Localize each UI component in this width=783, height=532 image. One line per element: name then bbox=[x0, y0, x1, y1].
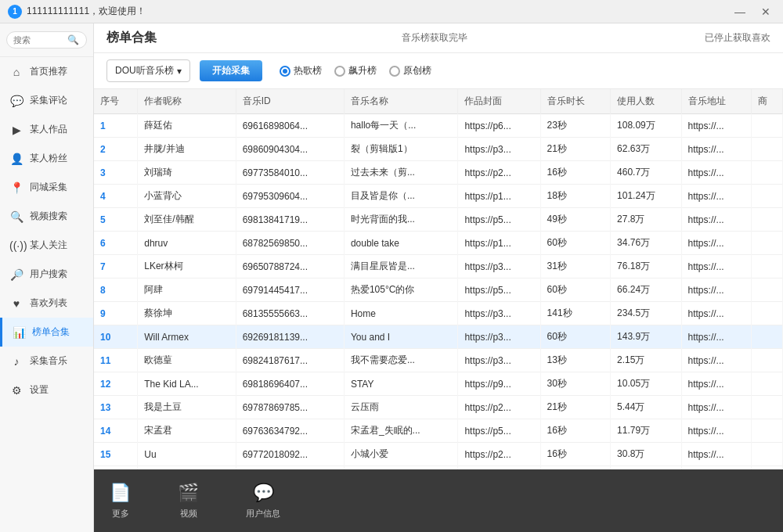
table-cell: 2 bbox=[94, 138, 138, 161]
table-cell: https://p5... bbox=[458, 279, 540, 302]
table-container[interactable]: 序号作者昵称音乐ID音乐名称作品封面音乐时长使用人数音乐地址商 1薛廷佑6961… bbox=[94, 89, 783, 469]
table-cell: https://... bbox=[681, 419, 752, 443]
table-cell: 6 bbox=[94, 232, 138, 255]
settings-icon: ⚙ bbox=[9, 384, 23, 397]
table-cell: 30.8万 bbox=[611, 443, 681, 466]
table-cell: 2.15万 bbox=[611, 349, 681, 372]
table-cell: 15 bbox=[94, 443, 138, 466]
table-cell bbox=[752, 114, 783, 138]
table-row[interactable]: 9蔡徐坤68135555663...Homehttps://p3...141秒2… bbox=[94, 302, 783, 325]
table-cell: https://p5... bbox=[458, 208, 540, 232]
table-cell: 460.7万 bbox=[611, 161, 681, 185]
sidebar-item-home[interactable]: ⌂首页推荐 bbox=[0, 57, 93, 86]
table-row[interactable]: 14宋孟君69763634792...宋孟君_失眠的...https://p5.… bbox=[94, 419, 783, 443]
table-row[interactable]: 12The Kid LA...69818696407...STAYhttps:/… bbox=[94, 372, 783, 396]
sidebar-item-likes[interactable]: ♥喜欢列表 bbox=[0, 289, 93, 318]
search-icon: 🔍 bbox=[9, 210, 23, 223]
table-row[interactable]: 7LKer林柯69650788724...满目星辰皆是...https://p3… bbox=[94, 255, 783, 279]
table-cell: 云压雨 bbox=[344, 396, 458, 419]
close-button[interactable]: ✕ bbox=[756, 4, 775, 20]
table-row[interactable]: 11欧德葟69824187617...我不需要恋爱...https://p3..… bbox=[94, 349, 783, 372]
radio-label-hot: 热歌榜 bbox=[294, 64, 322, 77]
bottom-item-userinfo[interactable]: 💬用户信息 bbox=[246, 483, 280, 519]
sidebar-item-charts[interactable]: 📊榜单合集 bbox=[0, 318, 93, 347]
table-row[interactable]: 1薛廷佑69616898064...hallo每一天（...https://p6… bbox=[94, 114, 783, 138]
table-row[interactable]: 15Uu69772018092...小城小爱https://p2...16秒30… bbox=[94, 443, 783, 466]
minimize-button[interactable]: — bbox=[730, 4, 750, 20]
content-area: 榜单合集 音乐榜获取完毕 已停止获取喜欢 DOU听音乐榜 ▾ 开始采集 热歌榜飙… bbox=[94, 23, 783, 469]
comments-icon: 💬 bbox=[9, 95, 23, 107]
table-cell: 21秒 bbox=[540, 138, 611, 161]
music-icon: ♪ bbox=[9, 355, 23, 368]
table-cell: 27.8万 bbox=[611, 208, 681, 232]
sidebar-label-home: 首页推荐 bbox=[30, 65, 67, 78]
sidebar-item-local[interactable]: 📍同城采集 bbox=[0, 173, 93, 202]
table-cell: double take bbox=[344, 232, 458, 255]
bottom-item-more[interactable]: 📄更多 bbox=[110, 483, 131, 519]
search-icon: 🔍 bbox=[67, 34, 79, 45]
sidebar-label-comments: 采集评论 bbox=[30, 94, 67, 107]
radio-dot-rising bbox=[334, 66, 345, 77]
table-row[interactable]: 4小蓝背心69795309604...目及皆是你（...https://p1..… bbox=[94, 185, 783, 208]
bottom-item-video[interactable]: 🎬视频 bbox=[178, 483, 199, 519]
table-cell: 我不需要恋爱... bbox=[344, 349, 458, 372]
table-cell: https://... bbox=[681, 255, 752, 279]
table-cell: 143.9万 bbox=[611, 325, 681, 349]
chart-dropdown[interactable]: DOU听音乐榜 ▾ bbox=[106, 59, 190, 82]
col-header: 作品封面 bbox=[458, 89, 540, 114]
sidebar-label-settings: 设置 bbox=[30, 383, 49, 397]
table-cell: 满目星辰皆是... bbox=[344, 255, 458, 279]
more-icon: 📄 bbox=[110, 483, 131, 503]
table-cell: 7 bbox=[94, 255, 138, 279]
sidebar-label-fans: 某人粉丝 bbox=[30, 152, 67, 165]
table-cell: 时光背面的我... bbox=[344, 208, 458, 232]
table-cell: https://... bbox=[681, 114, 752, 138]
sidebar-item-settings[interactable]: ⚙设置 bbox=[0, 376, 93, 404]
start-collect-button[interactable]: 开始采集 bbox=[200, 60, 262, 81]
table-row[interactable]: 5刘至佳/韩醒69813841719...时光背面的我...https://p5… bbox=[94, 208, 783, 232]
sidebar-item-usersearch[interactable]: 🔎用户搜索 bbox=[0, 260, 93, 289]
table-row[interactable]: 3刘瑞琦69773584010...过去未来（剪...https://p2...… bbox=[94, 161, 783, 185]
sidebar-item-works[interactable]: ▶某人作品 bbox=[0, 115, 93, 144]
table-row[interactable]: 10Will Armex69269181139...You and Ihttps… bbox=[94, 325, 783, 349]
sidebar-item-music[interactable]: ♪采集音乐 bbox=[0, 347, 93, 376]
radio-rising[interactable]: 飙升榜 bbox=[334, 64, 377, 77]
app-title: 111111111111，欢迎使用！ bbox=[27, 5, 730, 18]
table-row[interactable]: 13我是土豆69787869785...云压雨https://p2...21秒5… bbox=[94, 396, 783, 419]
table-cell: 69824187617... bbox=[236, 349, 344, 372]
table-cell: 13秒 bbox=[540, 349, 611, 372]
sidebar-nav: ⌂首页推荐💬采集评论▶某人作品👤某人粉丝📍同城采集🔍视频搜索((·))某人关注🔎… bbox=[0, 57, 93, 532]
search-bar[interactable]: 🔍 bbox=[0, 23, 93, 57]
sidebar-item-comments[interactable]: 💬采集评论 bbox=[0, 86, 93, 115]
sidebar-label-works: 某人作品 bbox=[30, 123, 67, 136]
col-header: 使用人数 bbox=[611, 89, 681, 114]
sidebar-label-follow: 某人关注 bbox=[30, 239, 67, 252]
radio-hot[interactable]: 热歌榜 bbox=[280, 64, 322, 77]
table-cell: 刘瑞琦 bbox=[138, 161, 236, 185]
table-cell: 69813841719... bbox=[236, 208, 344, 232]
table-cell: https://... bbox=[681, 325, 752, 349]
col-header: 音乐时长 bbox=[540, 89, 611, 114]
radio-label-rising: 飙升榜 bbox=[348, 64, 377, 77]
table-cell bbox=[752, 255, 783, 279]
sidebar-item-follow[interactable]: ((·))某人关注 bbox=[0, 231, 93, 260]
table-cell: 60秒 bbox=[540, 232, 611, 255]
main-container: 🔍 ⌂首页推荐💬采集评论▶某人作品👤某人粉丝📍同城采集🔍视频搜索((·))某人关… bbox=[0, 23, 783, 532]
table-cell: 66.24万 bbox=[611, 279, 681, 302]
table-cell bbox=[752, 138, 783, 161]
window-controls: — ✕ bbox=[730, 4, 775, 20]
table-cell: https://... bbox=[681, 349, 752, 372]
table-row[interactable]: 2井胧/并迪69860904304...裂（剪辑版1）https://p3...… bbox=[94, 138, 783, 161]
table-row[interactable]: 8阿肆69791445417...热爱105°C的你https://p5...6… bbox=[94, 279, 783, 302]
radio-original[interactable]: 原创榜 bbox=[389, 64, 431, 77]
bottom-label-more: 更多 bbox=[112, 508, 129, 519]
radio-group: 热歌榜飙升榜原创榜 bbox=[280, 64, 431, 77]
table-row[interactable]: 6dhruv68782569850...double takehttps://p… bbox=[94, 232, 783, 255]
table-cell: 裂（剪辑版1） bbox=[344, 138, 458, 161]
sidebar-item-search[interactable]: 🔍视频搜索 bbox=[0, 202, 93, 231]
table-cell: 101.24万 bbox=[611, 185, 681, 208]
table-cell: 62.63万 bbox=[611, 138, 681, 161]
table-cell: 12 bbox=[94, 372, 138, 396]
sidebar-item-fans[interactable]: 👤某人粉丝 bbox=[0, 144, 93, 173]
table-cell: https://p3... bbox=[458, 138, 540, 161]
